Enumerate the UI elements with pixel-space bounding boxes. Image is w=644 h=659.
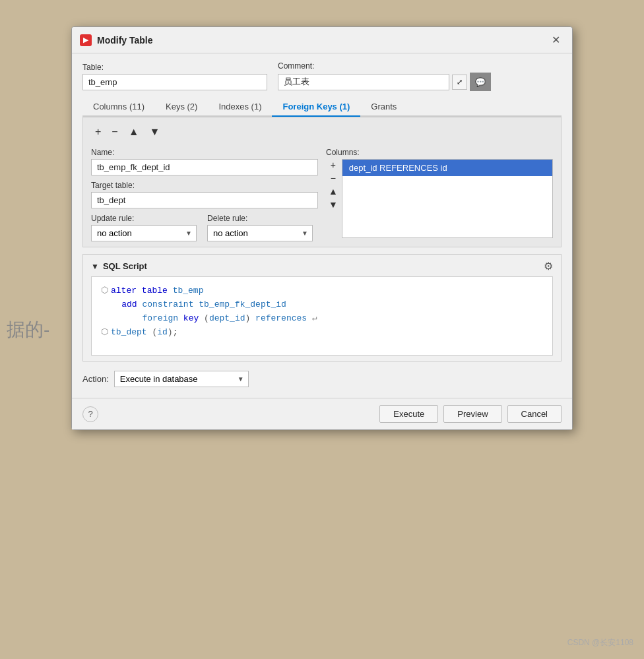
add-fk-button[interactable]: + [91, 125, 105, 139]
delete-rule-group: Delete rule: no action cascade set null … [207, 214, 313, 241]
columns-label: Columns: [326, 148, 553, 157]
update-rule-label: Update rule: [91, 214, 197, 223]
tab-foreignkeys[interactable]: Foreign Keys (1) [272, 98, 360, 117]
fk-right-panel: Columns: + − ▲ ▼ dept_id REFERENCES id [326, 148, 553, 241]
sql-title-row: ▼ SQL Script [91, 261, 147, 271]
app-icon: ▶ [80, 34, 92, 46]
tabs-bar: Columns (11) Keys (2) Indexes (1) Foreig… [82, 98, 562, 117]
action-label: Action: [82, 374, 109, 384]
line-1-indicator: ⬡ [101, 285, 108, 295]
delete-rule-select[interactable]: no action cascade set null restrict [208, 226, 298, 241]
update-rule-select-wrap: no action cascade set null restrict ▼ [91, 225, 197, 241]
fk-target-group: Target table: [91, 181, 318, 208]
fk-target-input[interactable] [91, 192, 318, 208]
sql-line-2: add constraint tb_emp_fk_dept_id [101, 298, 543, 312]
move-down-button[interactable]: ▼ [146, 125, 164, 139]
tab-keys[interactable]: Keys (2) [155, 98, 208, 117]
move-col-down-button[interactable]: ▼ [326, 199, 340, 210]
sql-toggle-icon[interactable]: ▼ [91, 262, 99, 271]
cancel-button[interactable]: Cancel [507, 405, 562, 423]
delete-rule-select-wrap: no action cascade set null restrict ▼ [207, 225, 313, 241]
add-column-button[interactable]: + [326, 159, 340, 171]
sql-gear-button[interactable]: ⚙ [544, 260, 553, 272]
fk-name-group: Name: [91, 148, 318, 175]
sql-line-1: ⬡alter table tb_emp [101, 284, 543, 298]
action-row: Action: Execute in database Save to file… [82, 368, 562, 390]
comment-expand-button[interactable]: ⤢ [452, 75, 467, 90]
action-select-wrap: Execute in database Save to file Copy to… [114, 371, 249, 387]
fk-left-panel: Name: Target table: Update rule: no acti… [91, 148, 318, 241]
fk-name-input[interactable] [91, 159, 318, 175]
update-rule-arrow-icon: ▼ [181, 227, 196, 239]
remove-column-button[interactable]: − [326, 172, 340, 184]
update-rule-select[interactable]: no action cascade set null restrict [92, 226, 181, 241]
columns-with-toolbar: + − ▲ ▼ dept_id REFERENCES id [326, 159, 553, 238]
table-field-group: Table: [82, 63, 267, 90]
execute-button[interactable]: Execute [379, 405, 438, 423]
help-button[interactable]: ? [82, 406, 98, 422]
sql-header: ▼ SQL Script ⚙ [91, 260, 553, 272]
sql-title: SQL Script [103, 261, 147, 271]
footer-right: Execute Preview Cancel [379, 405, 562, 423]
background-text: 据的- [0, 311, 56, 349]
table-name-input[interactable] [82, 74, 267, 90]
columns-list: dept_id REFERENCES id [342, 159, 553, 238]
tab-columns[interactable]: Columns (11) [82, 98, 155, 117]
line-4-indicator: ⬡ [101, 327, 108, 336]
comment-field-group: Comment: ⤢ 💬 [278, 61, 491, 91]
comment-input[interactable] [278, 74, 449, 90]
close-button[interactable]: ✕ [548, 32, 564, 47]
fk-target-label: Target table: [91, 181, 318, 190]
footer-left: ? [82, 406, 98, 422]
comment-chat-button[interactable]: 💬 [470, 73, 491, 91]
fk-toolbar: + − ▲ ▼ [91, 123, 553, 141]
title-bar-left: ▶ Modify Table [80, 34, 153, 46]
action-select[interactable]: Execute in database Save to file Copy to… [115, 371, 234, 387]
preview-button[interactable]: Preview [443, 405, 501, 423]
title-bar: ▶ Modify Table ✕ [72, 27, 572, 53]
fk-form: Name: Target table: Update rule: no acti… [91, 148, 553, 241]
columns-side-toolbar: + − ▲ ▼ [326, 159, 340, 238]
comment-field-row: ⤢ 💬 [278, 73, 491, 91]
sql-section: ▼ SQL Script ⚙ ⬡alter table tb_emp add c… [82, 254, 562, 361]
dialog-footer: ? Execute Preview Cancel [72, 398, 572, 429]
dialog-body: Table: Comment: ⤢ 💬 Columns (11) Keys (2… [72, 53, 572, 398]
tab-grants[interactable]: Grants [360, 98, 407, 117]
watermark: CSDN @长安1108 [567, 637, 633, 648]
sql-code-area: ⬡alter table tb_emp add constraint tb_em… [91, 276, 553, 356]
comment-label: Comment: [278, 61, 491, 71]
fk-name-label: Name: [91, 148, 318, 157]
sql-line-4: ⬡tb_dept (id); [101, 325, 543, 340]
tab-indexes[interactable]: Indexes (1) [208, 98, 272, 117]
action-select-arrow-icon: ▼ [234, 373, 248, 385]
table-comment-row: Table: Comment: ⤢ 💬 [82, 61, 562, 91]
sql-line-3: foreign key (dept_id) references ↵ [101, 312, 543, 326]
dialog-title: Modify Table [97, 35, 153, 46]
move-up-button[interactable]: ▲ [125, 125, 143, 139]
column-item[interactable]: dept_id REFERENCES id [342, 160, 552, 176]
delete-rule-label: Delete rule: [207, 214, 313, 223]
remove-fk-button[interactable]: − [108, 125, 121, 139]
table-label: Table: [82, 63, 267, 72]
foreignkeys-panel: + − ▲ ▼ Name: Target table: [82, 117, 562, 247]
update-rule-group: Update rule: no action cascade set null … [91, 214, 197, 241]
delete-rule-arrow-icon: ▼ [298, 227, 312, 239]
rule-row: Update rule: no action cascade set null … [91, 214, 318, 241]
modify-table-dialog: ▶ Modify Table ✕ Table: Comment: ⤢ 💬 Col… [71, 26, 573, 430]
move-col-up-button[interactable]: ▲ [326, 185, 340, 197]
